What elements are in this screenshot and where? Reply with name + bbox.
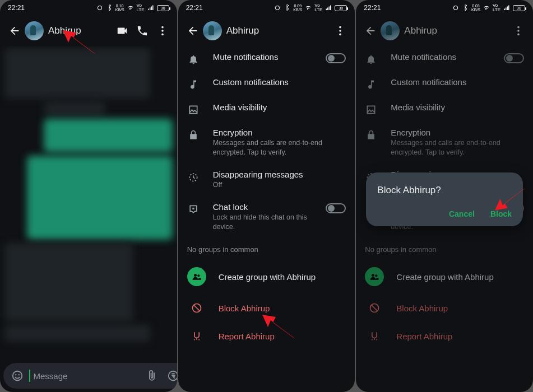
signal-icon [325, 4, 332, 11]
chat-lock-toggle[interactable] [326, 203, 346, 213]
mute-toggle[interactable] [326, 53, 346, 63]
action-label: Report Abhirup [396, 332, 452, 341]
setting-title: Chat lock [213, 202, 313, 212]
groups-label: No groups in common [178, 237, 355, 259]
status-time: 22:21 [186, 4, 203, 12]
info-header: Abhirup [356, 16, 533, 46]
contact-avatar[interactable] [381, 21, 400, 40]
action-label: Report Abhirup [219, 332, 275, 341]
media-visibility-row[interactable]: Media visibility [178, 96, 355, 122]
contact-avatar[interactable] [25, 21, 44, 40]
dialog-title: Block Abhirup? [377, 185, 512, 196]
message-in[interactable] [4, 243, 133, 321]
back-button[interactable] [183, 21, 203, 41]
lock-icon [365, 128, 377, 141]
battery-indicator: 30 [513, 5, 525, 11]
dialog-block-button[interactable]: Block [490, 209, 512, 218]
message-in[interactable] [44, 102, 105, 115]
message-out[interactable] [27, 156, 173, 240]
emoji-button[interactable] [8, 366, 27, 385]
note-icon [365, 77, 377, 90]
payment-button[interactable] [164, 366, 177, 385]
attach-button[interactable] [142, 366, 161, 385]
svg-point-21 [372, 274, 374, 277]
status-time: 22:21 [8, 4, 25, 12]
signal-icon [503, 4, 510, 11]
dialog-cancel-button[interactable]: Cancel [449, 209, 475, 218]
battery-indicator: 30 [157, 5, 169, 11]
block-confirm-dialog: Block Abhirup? Cancel Block [366, 172, 523, 226]
lock-icon [187, 128, 200, 141]
message-in[interactable] [4, 325, 150, 342]
svg-point-2 [161, 34, 164, 36]
more-menu-button[interactable] [152, 21, 173, 41]
info-header: Abhirup [178, 16, 355, 46]
message-input[interactable] [34, 371, 140, 381]
bluetooth-icon [106, 4, 113, 11]
setting-title: Media visibility [391, 102, 524, 112]
svg-point-6 [168, 371, 177, 381]
phone-1-chat-screen: 22:21 0.10KB/S VoLTE 30 Abhirup [0, 0, 177, 392]
setting-title: Mute notifications [213, 52, 313, 62]
voice-call-button[interactable] [132, 21, 152, 41]
group-icon [187, 267, 206, 286]
disappearing-messages-row[interactable]: Disappearing messagesOff [178, 164, 355, 196]
message-out[interactable] [44, 119, 173, 152]
report-row: Report Abhirup [356, 322, 533, 350]
svg-point-0 [161, 26, 164, 29]
report-icon [368, 330, 381, 342]
custom-notifications-row[interactable]: Custom notifications [178, 71, 355, 96]
contact-avatar[interactable] [203, 21, 222, 40]
message-in[interactable] [4, 48, 150, 99]
contact-settings-list[interactable]: Mute notifications Custom notifications … [178, 46, 355, 392]
create-group-row[interactable]: Create group with Abhirup [178, 259, 355, 294]
svg-point-14 [197, 275, 200, 277]
report-row[interactable]: Report Abhirup [178, 322, 355, 350]
phone-3-block-dialog: 22:21 0.03KB/S VoLTE 30 Abhirup Mute not… [356, 0, 533, 392]
encryption-row: EncryptionMessages and calls are end-to-… [356, 122, 533, 164]
setting-title: Encryption [391, 128, 524, 137]
groups-label: No groups in common [356, 237, 533, 259]
svg-point-17 [517, 30, 520, 32]
svg-point-4 [15, 374, 16, 375]
mute-toggle [504, 53, 524, 63]
more-menu-button[interactable] [330, 21, 350, 41]
contact-name[interactable]: Abhirup [226, 25, 331, 36]
back-button[interactable] [4, 21, 25, 41]
mute-notifications-row[interactable]: Mute notifications [178, 46, 355, 71]
svg-point-9 [340, 30, 342, 32]
more-menu-button[interactable] [508, 21, 529, 41]
setting-subtitle: Lock and hide this chat on this device. [213, 213, 313, 232]
phone-2-contact-info: 22:21 0.09KB/S VoLTE 30 Abhirup Mute not… [178, 0, 355, 392]
action-label: Create group with Abhirup [396, 272, 493, 282]
contact-name[interactable]: Abhirup [48, 25, 112, 36]
input-bar [3, 363, 174, 389]
setting-title: Disappearing messages [213, 170, 346, 179]
encryption-row[interactable]: EncryptionMessages and calls are end-to-… [178, 122, 355, 164]
chat-header: Abhirup [0, 16, 177, 46]
message-input-pill [3, 363, 177, 389]
alarm-icon [274, 4, 281, 11]
volte-indicator: VoLTE [314, 3, 322, 12]
alarm-icon [96, 4, 103, 11]
create-group-row: Create group with Abhirup [356, 259, 533, 294]
svg-point-5 [18, 374, 20, 375]
chat-body[interactable] [0, 46, 177, 360]
chat-lock-row[interactable]: Chat lockLock and hide this chat on this… [178, 196, 355, 238]
svg-point-10 [340, 34, 342, 36]
setting-subtitle: Messages and calls are end-to-end encryp… [213, 138, 346, 157]
setting-title: Custom notifications [213, 77, 346, 87]
svg-point-3 [13, 371, 22, 381]
network-speed: 0.10KB/S [115, 4, 124, 12]
report-icon [191, 330, 203, 342]
setting-subtitle: Off [213, 180, 346, 190]
wifi-icon [305, 4, 312, 11]
svg-point-13 [194, 274, 197, 277]
battery-indicator: 30 [335, 5, 347, 11]
block-icon [368, 302, 381, 314]
alarm-icon [452, 4, 459, 11]
video-call-button[interactable] [112, 21, 132, 41]
contact-name[interactable]: Abhirup [404, 25, 508, 36]
block-row[interactable]: Block Abhirup [178, 294, 355, 322]
back-button[interactable] [360, 21, 381, 41]
